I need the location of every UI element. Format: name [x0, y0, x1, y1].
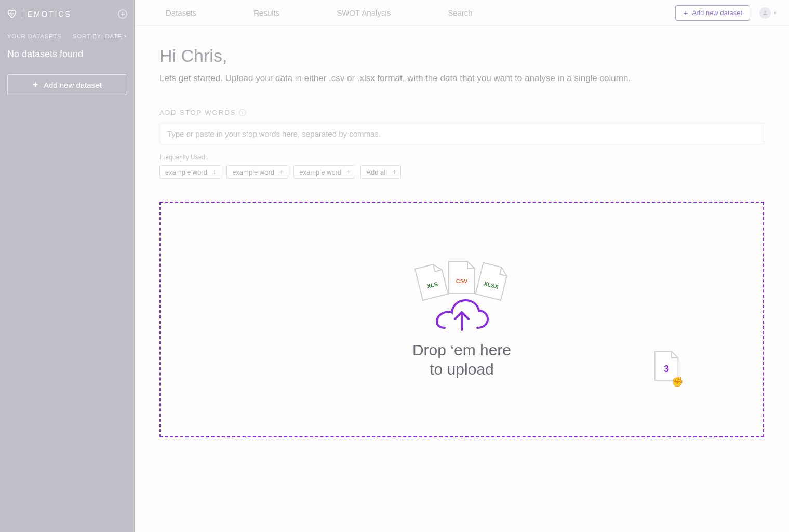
stopwords-input[interactable]: [159, 123, 764, 144]
stopwords-label: ADD STOP WORDS i: [159, 109, 764, 116]
csv-file-icon: CSV: [447, 260, 477, 296]
add-dataset-label: Add new dataset: [692, 9, 742, 17]
grab-cursor-icon: ✊: [672, 376, 683, 388]
file-type-illustration: XLS CSV XLSX: [416, 260, 508, 296]
sidebar: EMOTICS YOUR DATASETS SORT BY: DATE ▾ No…: [0, 0, 135, 532]
content: Hi Chris, Lets get started. Upload your …: [135, 26, 789, 532]
add-all-chip[interactable]: Add all +: [360, 165, 401, 179]
svg-text:3: 3: [664, 364, 669, 374]
sort-prefix: SORT BY:: [73, 33, 103, 39]
chip-row: example word + example word + example wo…: [159, 165, 764, 179]
page-title: Hi Chris,: [159, 46, 764, 66]
topbar: Datasets Results SWOT Analysis Search + …: [135, 0, 789, 26]
nav-datasets[interactable]: Datasets: [166, 8, 196, 17]
sort-by[interactable]: SORT BY: DATE ▾: [73, 33, 127, 39]
heart-icon: [7, 10, 17, 18]
cloud-upload-icon: [433, 298, 490, 335]
nav-swot[interactable]: SWOT Analysis: [337, 8, 391, 17]
frequently-used-label: Frequently Used:: [159, 154, 764, 161]
user-menu[interactable]: ▾: [759, 7, 777, 19]
sidebar-empty-message: No datasets found: [7, 49, 127, 60]
nav-results[interactable]: Results: [253, 8, 279, 17]
collapse-sidebar-icon[interactable]: [118, 9, 127, 19]
sidebar-add-label: Add new dataset: [44, 81, 102, 89]
stopword-chip[interactable]: example word +: [226, 165, 288, 179]
brand-divider: [22, 9, 22, 19]
chevron-down-icon: ▾: [124, 34, 127, 39]
dropzone-title: Drop ‘em here to upload: [412, 340, 511, 379]
main: Datasets Results SWOT Analysis Search + …: [135, 0, 789, 532]
upload-dropzone[interactable]: XLS CSV XLSX: [159, 202, 764, 437]
sidebar-section-label: YOUR DATASETS: [7, 33, 61, 39]
svg-text:CSV: CSV: [456, 278, 468, 284]
nav-search[interactable]: Search: [448, 8, 473, 17]
brand-text: EMOTICS: [28, 10, 72, 18]
info-icon[interactable]: i: [239, 109, 246, 116]
avatar-icon: [759, 7, 771, 19]
xls-file-icon: XLS: [413, 261, 451, 302]
dragging-file-icon: 3 ✊: [653, 350, 680, 384]
top-nav: Datasets Results SWOT Analysis Search: [166, 8, 473, 17]
add-dataset-button[interactable]: + Add new dataset: [675, 5, 750, 21]
intro-text: Lets get started. Upload your data in ei…: [159, 73, 764, 84]
brand: EMOTICS: [7, 9, 127, 19]
stopword-chip[interactable]: example word +: [159, 165, 221, 179]
xlsx-file-icon: XLSX: [473, 261, 511, 302]
chevron-down-icon: ▾: [774, 10, 777, 16]
sidebar-add-dataset-button[interactable]: + Add new dataset: [7, 74, 127, 95]
stopword-chip[interactable]: example word +: [293, 165, 355, 179]
sort-value: DATE: [105, 33, 122, 39]
